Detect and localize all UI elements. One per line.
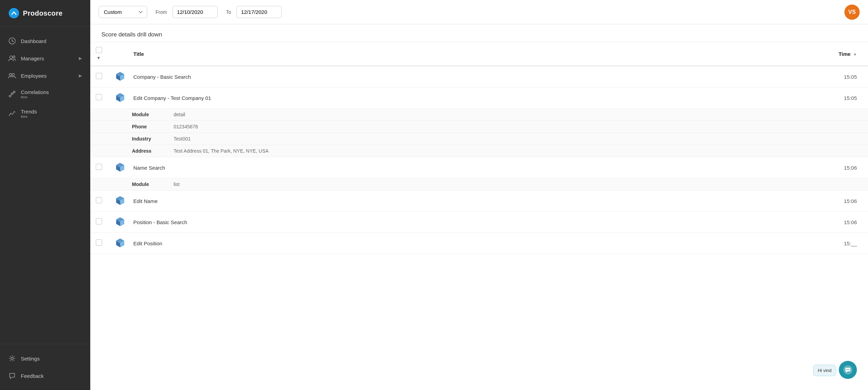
managers-arrow-icon: ▶ [79,56,82,61]
svg-point-6 [9,74,12,76]
chatbot-bubble: Hi vind [839,361,857,379]
sidebar-label-correlations: Correlations [21,89,49,95]
row-checkbox[interactable] [96,94,102,100]
main-nav: Dashboard Managers ▶ [0,27,90,344]
row-checkbox-cell[interactable] [90,157,111,178]
row-title: Edit Position [129,233,660,254]
section-title: Score details drill down [90,24,868,42]
sidebar-item-dashboard[interactable]: Dashboard [0,32,90,50]
trends-beta: Beta [21,115,37,118]
detail-row: Industry Test001 [90,133,868,145]
row-time: 15:__ [660,233,868,254]
sidebar-item-correlations[interactable]: Correlations Beta [0,84,90,104]
logo-area: Prodoscore [0,0,90,27]
sort-icon: ▼ [97,56,101,60]
table-row: Edit Company - Test Company 01 15:05 [90,87,868,109]
sidebar-label-managers: Managers [21,56,44,61]
managers-icon [8,54,16,62]
detail-key: Address [132,148,174,154]
svg-point-58 [848,369,848,370]
row-icon-cell [111,190,129,212]
detail-key: Industry [132,136,174,142]
table-header: ▼ Title Time ▼ [90,42,868,66]
th-title: Title [129,42,660,66]
select-all-checkbox[interactable] [96,47,102,53]
svg-point-8 [9,95,11,97]
svg-line-12 [13,93,14,93]
sidebar-bottom: Settings Feedback [0,344,90,390]
sidebar-item-feedback[interactable]: Feedback [0,367,90,384]
dashboard-icon [8,37,16,45]
detail-row: Module detail [90,109,868,121]
app-name: Prodoscore [23,9,62,17]
row-checkbox-cell[interactable] [90,66,111,87]
main-area: Custom Today Yesterday This Week Last We… [90,0,868,390]
svg-point-10 [14,91,15,93]
row-title: Position - Basic Search [129,212,660,233]
row-checkbox[interactable] [96,164,102,170]
from-date-input[interactable] [173,6,218,18]
date-filter-select[interactable]: Custom Today Yesterday This Week Last We… [99,6,147,18]
th-select-all[interactable]: ▼ [90,42,111,66]
employees-icon [8,72,16,79]
svg-point-9 [11,93,13,95]
drill-down-table: ▼ Title Time ▼ C [90,42,868,254]
row-title: Edit Company - Test Company 01 [129,87,660,109]
svg-point-3 [12,41,13,42]
employees-arrow-icon: ▶ [79,73,82,78]
th-icon [111,42,129,66]
svg-point-1 [13,12,15,14]
row-time: 15:06 [660,190,868,212]
detail-value: list [174,181,180,187]
row-time: 15:06 [660,157,868,178]
detail-row-inner: Phone 012345678 [132,122,868,131]
detail-value: 012345678 [174,124,198,129]
row-checkbox[interactable] [96,239,102,246]
table-row: Position - Basic Search 15:06 [90,212,868,233]
detail-row-inner: Module list [132,180,868,189]
th-time[interactable]: Time ▼ [660,42,868,66]
table-row: Name Search 15:06 [90,157,868,178]
feedback-icon [8,372,16,380]
svg-point-7 [12,74,15,76]
sidebar: Prodoscore Dashboard [0,0,90,390]
row-time: 15:05 [660,87,868,109]
detail-row-inner: Industry Test001 [132,134,868,143]
sidebar-item-employees[interactable]: Employees ▶ [0,67,90,84]
row-checkbox-cell[interactable] [90,87,111,109]
svg-point-59 [849,369,849,370]
row-icon-cell [111,66,129,87]
to-label: To [226,9,231,15]
page-header: Custom Today Yesterday This Week Last We… [90,0,868,24]
row-checkbox-cell[interactable] [90,233,111,254]
detail-row: Module list [90,178,868,190]
chatbot-button[interactable] [839,361,857,379]
svg-line-11 [11,94,11,95]
svg-point-57 [846,369,847,370]
row-title: Edit Name [129,190,660,212]
row-checkbox[interactable] [96,73,102,79]
sidebar-item-settings[interactable]: Settings [0,350,90,367]
sidebar-label-dashboard: Dashboard [21,38,46,44]
prodoscore-logo-icon [8,8,19,19]
table-row: Edit Position 15:__ [90,233,868,254]
svg-point-13 [11,357,13,359]
row-icon-cell [111,233,129,254]
row-icon-cell [111,87,129,109]
row-checkbox[interactable] [96,218,102,224]
row-time: 15:06 [660,212,868,233]
row-checkbox-cell[interactable] [90,190,111,212]
sidebar-label-settings: Settings [21,356,40,362]
detail-key: Module [132,181,174,187]
main-content: Score details drill down ▼ Title Time ▼ [90,24,868,390]
to-date-input[interactable] [236,6,282,18]
row-checkbox[interactable] [96,197,102,203]
user-avatar[interactable]: VS [844,5,860,20]
sidebar-item-trends[interactable]: Trends Beta [0,104,90,123]
detail-row-inner: Module detail [132,110,868,119]
time-sort-icon: ▼ [853,52,857,57]
sidebar-item-managers[interactable]: Managers ▶ [0,50,90,67]
trends-icon [8,110,16,117]
row-checkbox-cell[interactable] [90,212,111,233]
detail-row: Address Test Address 01, The Park, NYE, … [90,145,868,157]
